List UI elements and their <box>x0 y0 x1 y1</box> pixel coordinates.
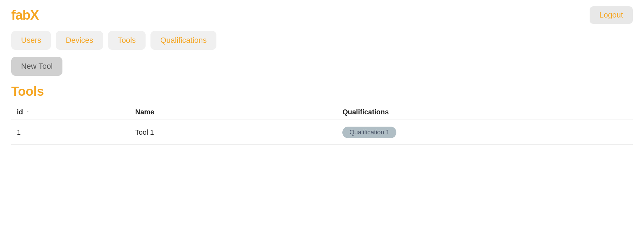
tools-section-title: Tools <box>0 81 644 105</box>
action-bar: New Tool <box>0 53 644 81</box>
new-tool-button[interactable]: New Tool <box>11 57 62 76</box>
nav-tab-qualifications[interactable]: Qualifications <box>150 31 216 50</box>
col-name-label: Name <box>135 108 154 116</box>
logout-button[interactable]: Logout <box>590 6 633 24</box>
qualification-badge[interactable]: Qualification 1 <box>342 127 396 138</box>
sort-arrow-icon: ↑ <box>26 109 29 115</box>
tools-table: id ↑ Name Qualifications 1 Tool 1 Qualif… <box>11 105 633 145</box>
cell-name: Tool 1 <box>130 120 337 145</box>
nav-tab-devices[interactable]: Devices <box>56 31 103 50</box>
column-header-id[interactable]: id ↑ <box>11 105 130 120</box>
column-header-qualifications[interactable]: Qualifications <box>337 105 633 120</box>
cell-qualifications: Qualification 1 <box>337 120 633 145</box>
cell-id: 1 <box>11 120 130 145</box>
col-id-label: id <box>17 108 23 116</box>
table-row[interactable]: 1 Tool 1 Qualification 1 <box>11 120 633 145</box>
app-logo: fabX <box>11 8 39 23</box>
nav-tab-tools[interactable]: Tools <box>108 31 146 50</box>
column-header-name[interactable]: Name <box>130 105 337 120</box>
nav-tabs: Users Devices Tools Qualifications <box>0 27 644 53</box>
col-quals-label: Qualifications <box>342 108 389 116</box>
table-body: 1 Tool 1 Qualification 1 <box>11 120 633 145</box>
table-header: id ↑ Name Qualifications <box>11 105 633 120</box>
app-header: fabX Logout <box>0 0 644 27</box>
nav-tab-users[interactable]: Users <box>11 31 51 50</box>
tools-table-wrapper: id ↑ Name Qualifications 1 Tool 1 Qualif… <box>0 105 644 145</box>
